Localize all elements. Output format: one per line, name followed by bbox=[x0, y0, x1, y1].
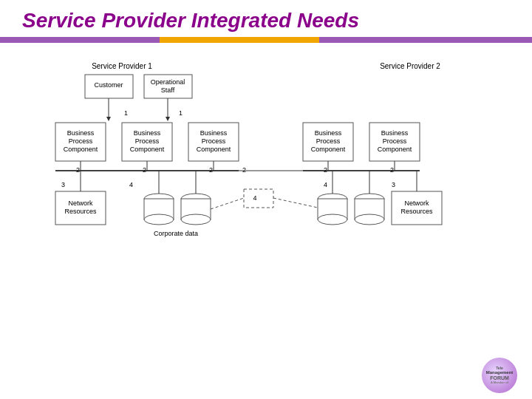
svg-text:Component: Component bbox=[197, 146, 231, 153]
diagram-area: Service Provider 1 Service Provider 2 Cu… bbox=[0, 49, 532, 396]
svg-text:Business: Business bbox=[315, 129, 342, 137]
svg-text:Component: Component bbox=[64, 146, 98, 153]
db1-bottom bbox=[144, 214, 174, 225]
num-3a: 3 bbox=[61, 181, 65, 188]
db3-bottom bbox=[318, 214, 347, 225]
dashed-line bbox=[211, 198, 244, 209]
footer-logo: Tele Management FORUM A Member of bbox=[482, 358, 517, 393]
dashed-line2 bbox=[273, 198, 318, 208]
svg-text:Component: Component bbox=[130, 146, 165, 153]
db4-bottom bbox=[355, 214, 384, 225]
op-staff-label: Operational bbox=[151, 78, 185, 86]
svg-text:Component: Component bbox=[311, 146, 346, 153]
diagram-svg: Service Provider 1 Service Provider 2 Cu… bbox=[15, 49, 517, 389]
db2-bottom bbox=[181, 214, 211, 225]
corp-data-label: Corporate data bbox=[154, 230, 198, 237]
svg-text:Network: Network bbox=[404, 200, 429, 207]
num-4b: 4 bbox=[324, 181, 327, 188]
sp1-label: Service Provider 1 bbox=[92, 62, 152, 70]
svg-text:Network: Network bbox=[68, 200, 93, 207]
svg-text:Process: Process bbox=[135, 137, 160, 145]
svg-text:Process: Process bbox=[383, 137, 407, 145]
num-2e: 2 bbox=[390, 166, 394, 174]
svg-text:Component: Component bbox=[378, 146, 412, 153]
svg-text:Staff: Staff bbox=[161, 86, 175, 94]
num-1b: 1 bbox=[179, 109, 183, 117]
num-4a: 4 bbox=[129, 181, 133, 188]
customer-label: Customer bbox=[94, 81, 123, 89]
svg-text:Process: Process bbox=[202, 137, 226, 145]
svg-text:Resources: Resources bbox=[64, 208, 97, 215]
num-2a: 2 bbox=[76, 166, 80, 174]
page-title: Service Provider Integrated Needs bbox=[0, 0, 532, 37]
svg-text:Resources: Resources bbox=[400, 208, 433, 215]
num-2-sp2: 2 bbox=[242, 166, 246, 174]
num-1a: 1 bbox=[124, 109, 128, 117]
svg-text:Business: Business bbox=[200, 129, 228, 137]
num-3b: 3 bbox=[392, 181, 395, 188]
page: Service Provider Integrated Needs Servic… bbox=[0, 0, 532, 399]
num-2b: 2 bbox=[143, 166, 146, 174]
svg-text:Business: Business bbox=[134, 129, 161, 137]
sp2-label: Service Provider 2 bbox=[380, 62, 440, 70]
svg-text:Process: Process bbox=[69, 137, 93, 145]
svg-text:Business: Business bbox=[381, 129, 409, 137]
dashed-box bbox=[244, 189, 273, 208]
num-2d: 2 bbox=[324, 166, 327, 174]
num-4-center: 4 bbox=[253, 194, 256, 202]
svg-text:Process: Process bbox=[316, 137, 341, 145]
divider-bar bbox=[0, 37, 532, 43]
svg-text:Business: Business bbox=[67, 129, 95, 137]
num-2c: 2 bbox=[209, 166, 213, 174]
logo-circle: Tele Management FORUM A Member of bbox=[482, 358, 517, 393]
